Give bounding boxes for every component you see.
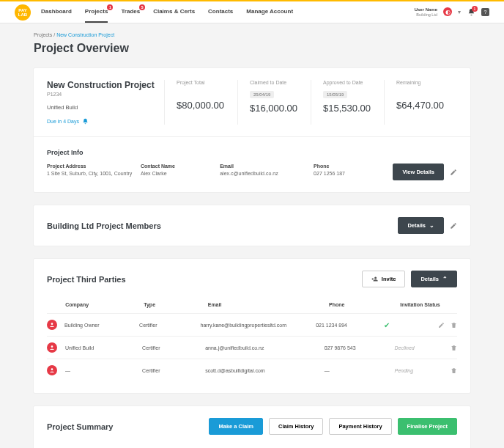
metric-remaining: Remaining $64,470.00	[384, 80, 457, 125]
top-nav: PAY LAB Dashboard Projects1 Trades5 Clai…	[0, 1, 504, 23]
email-value: alex.c@unifiedbuild.co.nz	[220, 170, 306, 177]
bell-icon	[82, 118, 89, 125]
row1-type: Certifier	[142, 345, 205, 350]
page-title: Project Overview	[34, 42, 470, 55]
user-org: Building Ltd	[415, 12, 437, 17]
col-company: Company	[65, 302, 144, 307]
table-row: Building Owner Certifier harry.kane@buil…	[47, 313, 457, 336]
members-details-button[interactable]: Details ⌄	[398, 217, 444, 234]
breadcrumb-root[interactable]: Projects	[34, 32, 52, 37]
status-check-icon: ✔	[384, 321, 390, 329]
nav-items: Dashboard Projects1 Trades5 Claims & Cer…	[41, 1, 293, 23]
project-code: P1234	[47, 92, 164, 97]
table-row: Unified Build Certifier anna.j@unifiedbu…	[47, 336, 457, 359]
help-icon[interactable]: ?	[481, 8, 489, 16]
metric-approved-value: $15,530.00	[323, 103, 372, 114]
metric-approved-date: 15/05/19	[323, 91, 347, 98]
user-block[interactable]: User Name Building Ltd	[415, 7, 437, 17]
edit-row-icon[interactable]	[438, 322, 445, 328]
delete-row-icon[interactable]	[451, 367, 457, 374]
nav-trades[interactable]: Trades5	[121, 1, 140, 23]
breadcrumb-page[interactable]: New Construction Project	[56, 32, 114, 37]
nav-trades-badge: 5	[139, 4, 145, 10]
nav-manage[interactable]: Manage Account	[246, 1, 293, 23]
row2-email: scott.d@asbuiltdigital.com	[205, 368, 325, 373]
edit-members-icon[interactable]	[450, 222, 457, 229]
nav-manage-label: Manage Account	[246, 8, 293, 15]
row0-type: Certifier	[139, 323, 200, 328]
nav-dashboard[interactable]: Dashboard	[41, 1, 72, 23]
project-name: New Construction Project	[47, 80, 164, 90]
nav-projects[interactable]: Projects1	[85, 1, 108, 23]
row2-status: Pending	[394, 368, 451, 373]
user-chevron-down-icon[interactable]: ▾	[458, 9, 461, 15]
table-row: — Certifier scott.d@asbuiltdigital.com —…	[47, 359, 457, 381]
row0-phone: 021 1234 894	[316, 323, 384, 328]
row2-phone: —	[325, 368, 395, 373]
user-avatar-icon[interactable]: ◐	[443, 7, 452, 16]
row1-phone: 027 9876 543	[325, 345, 395, 350]
contact-label: Contact Name	[141, 164, 212, 169]
finalise-project-button[interactable]: Finalise Project	[398, 418, 457, 435]
row0-email: harry.kane@buildingpropertiesltd.com	[201, 323, 316, 328]
metric-total-value: $80,000.00	[177, 100, 226, 111]
nav-dashboard-label: Dashboard	[41, 8, 72, 15]
row2-type: Certifier	[142, 368, 205, 373]
col-email: Email	[208, 302, 329, 307]
brand-logo: PAY LAB	[15, 4, 31, 21]
bell-badge: 1	[472, 6, 478, 12]
metric-approved: Approved to Date 15/05/19 $15,530.00	[311, 80, 384, 125]
user-name: User Name	[415, 7, 437, 12]
row0-company: Building Owner	[64, 323, 139, 328]
chevron-up-icon: ⌃	[442, 276, 448, 282]
metric-approved-label: Approved to Date	[323, 80, 372, 85]
invite-button[interactable]: Invite	[362, 271, 406, 287]
third-parties-card: Project Third Parties Invite Details ⌃ C…	[34, 259, 470, 393]
edit-project-info-icon[interactable]	[450, 169, 457, 176]
payment-history-button[interactable]: Payment History	[329, 418, 391, 435]
metric-remaining-value: $64,470.00	[396, 100, 445, 111]
nav-contacts-label: Contacts	[208, 8, 233, 15]
third-parties-details-button[interactable]: Details ⌃	[411, 271, 457, 287]
breadcrumb: Projects / New Construction Project	[34, 32, 470, 37]
nav-claims[interactable]: Claims & Certs	[153, 1, 195, 23]
nav-projects-badge: 1	[107, 4, 113, 10]
delete-row-icon[interactable]	[451, 322, 457, 328]
nav-contacts[interactable]: Contacts	[208, 1, 233, 23]
project-due-text: Due in 4 Days	[47, 119, 79, 124]
metric-claimed-value: $16,000.00	[250, 103, 299, 114]
phone-value: 027 1256 187	[314, 170, 385, 177]
nav-right: User Name Building Ltd ◐ ▾ 1 ?	[415, 7, 489, 17]
project-hero-card: New Construction Project P1234 Unified B…	[34, 68, 470, 192]
claim-history-button[interactable]: Claim History	[269, 418, 323, 435]
metric-claimed: Claimed to Date 25/04/19 $16,000.00	[237, 80, 311, 125]
chevron-down-icon: ⌄	[429, 222, 434, 229]
invite-icon	[371, 276, 378, 282]
email-label: Email	[220, 164, 306, 169]
members-details-label: Details	[407, 222, 426, 229]
nav-claims-label: Claims & Certs	[153, 8, 195, 15]
address-label: Project Address	[47, 164, 133, 169]
project-info-heading: Project Info	[47, 149, 457, 156]
metric-claimed-date: 25/04/19	[250, 91, 274, 98]
metric-remaining-label: Remaining	[396, 80, 445, 85]
delete-row-icon[interactable]	[451, 345, 457, 351]
person-icon	[47, 342, 57, 353]
person-icon	[47, 320, 57, 330]
person-icon	[47, 365, 57, 375]
notifications-bell-icon[interactable]: 1	[467, 7, 475, 16]
row1-company: Unified Build	[65, 345, 142, 350]
svg-point-0	[51, 323, 53, 325]
tp-details-label: Details	[420, 276, 439, 282]
summary-card: Project Summary Make a Claim Claim Histo…	[34, 406, 470, 448]
col-status: Invitation Status	[400, 302, 457, 307]
view-details-button[interactable]: View Details	[393, 164, 444, 180]
svg-point-2	[51, 368, 53, 370]
make-claim-button[interactable]: Make a Claim	[209, 418, 263, 435]
row2-company: —	[65, 368, 142, 373]
address-value: 1 Site St, Suburb, City, 1001, Country	[47, 170, 133, 177]
project-due: Due in 4 Days	[47, 118, 164, 125]
summary-heading: Project Summary	[47, 422, 113, 431]
third-parties-heading: Project Third Parties	[47, 275, 126, 284]
members-heading: Building Ltd Project Members	[47, 221, 161, 230]
